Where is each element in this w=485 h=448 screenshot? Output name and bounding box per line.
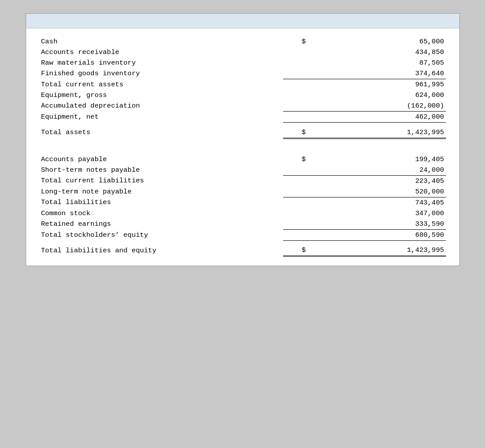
table-row: Common stock347,000 <box>39 208 446 219</box>
table-row: Equipment, net462,000 <box>39 112 446 123</box>
row-amount: 347,000 <box>307 208 446 219</box>
table-row: Accounts payable$199,405 <box>39 154 446 165</box>
row-dollar <box>283 165 307 176</box>
row-dollar: $ <box>283 36 307 47</box>
liabilities-table-area: Accounts payable$199,405Short-term notes… <box>26 154 459 266</box>
row-amount: 374,640 <box>307 68 446 79</box>
table-row: Accumulated depreciation(162,000) <box>39 100 446 112</box>
row-label: Accumulated depreciation <box>39 100 283 112</box>
row-label: Accounts receivable <box>39 47 283 58</box>
table-row: Total liabilities743,405 <box>39 197 446 208</box>
row-dollar <box>283 79 307 90</box>
row-label: Finished goods inventory <box>39 68 283 79</box>
row-amount: 743,405 <box>307 197 446 208</box>
assets-table-area: Cash$65,000Accounts receivable434,850Raw… <box>26 36 459 148</box>
table-row: Total liabilities and equity$1,423,995 <box>39 245 446 256</box>
row-amount: 520,000 <box>307 186 446 197</box>
row-dollar <box>283 229 307 240</box>
table-row: Raw materials inventory87,505 <box>39 58 446 68</box>
row-dollar <box>283 197 307 208</box>
row-dollar <box>283 58 307 68</box>
table-row: Accounts receivable434,850 <box>39 47 446 58</box>
report-header <box>26 14 459 28</box>
row-amount: 1,423,995 <box>307 127 446 139</box>
balance-sheet: Cash$65,000Accounts receivable434,850Raw… <box>26 13 460 266</box>
row-label: Total current liabilities <box>39 175 283 186</box>
row-amount: 87,505 <box>307 58 446 68</box>
row-dollar: $ <box>283 127 307 139</box>
row-amount: 24,000 <box>307 165 446 176</box>
table-row <box>39 240 446 245</box>
row-label: Common stock <box>39 208 283 219</box>
row-amount: 199,405 <box>307 154 446 165</box>
table-row: Long-term note payable520,000 <box>39 186 446 197</box>
table-row: Total assets$1,423,995 <box>39 127 446 139</box>
row-label: Long-term note payable <box>39 186 283 197</box>
row-label: Total stockholders’ equity <box>39 229 283 240</box>
row-label: Total assets <box>39 127 283 139</box>
table-row: Finished goods inventory374,640 <box>39 68 446 79</box>
row-amount: 223,405 <box>307 175 446 186</box>
row-amount: (162,000) <box>307 100 446 112</box>
row-dollar: $ <box>283 245 307 256</box>
row-label: Accounts payable <box>39 154 283 165</box>
row-amount: 961,995 <box>307 79 446 90</box>
row-amount: 1,423,995 <box>307 245 446 256</box>
row-amount: 65,000 <box>307 36 446 47</box>
row-amount: 624,000 <box>307 90 446 100</box>
table-row <box>39 123 446 127</box>
row-dollar <box>283 90 307 100</box>
table-row: Total current liabilities223,405 <box>39 175 446 186</box>
row-label: Equipment, net <box>39 112 283 123</box>
table-row: Equipment, gross624,000 <box>39 90 446 100</box>
row-label: Retained earnings <box>39 219 283 230</box>
row-dollar <box>283 208 307 219</box>
table-row: Cash$65,000 <box>39 36 446 47</box>
row-label: Short-term notes payable <box>39 165 283 176</box>
row-dollar <box>283 47 307 58</box>
row-amount: 680,590 <box>307 229 446 240</box>
row-dollar <box>283 100 307 112</box>
row-label: Total liabilities and equity <box>39 245 283 256</box>
assets-table: Cash$65,000Accounts receivable434,850Raw… <box>39 36 446 139</box>
liabilities-heading <box>26 148 459 154</box>
liabilities-table: Accounts payable$199,405Short-term notes… <box>39 154 446 257</box>
row-dollar <box>283 219 307 230</box>
row-dollar <box>283 68 307 79</box>
table-row: Total stockholders’ equity680,590 <box>39 229 446 240</box>
assets-heading <box>26 28 459 36</box>
table-row: Short-term notes payable24,000 <box>39 165 446 176</box>
row-amount: 434,850 <box>307 47 446 58</box>
row-label: Cash <box>39 36 283 47</box>
row-dollar <box>283 186 307 197</box>
row-label: Total liabilities <box>39 197 283 208</box>
table-row: Retained earnings333,590 <box>39 219 446 230</box>
row-label: Raw materials inventory <box>39 58 283 68</box>
row-amount: 333,590 <box>307 219 446 230</box>
row-amount: 462,000 <box>307 112 446 123</box>
page-container: Cash$65,000Accounts receivable434,850Raw… <box>0 0 485 448</box>
row-dollar: $ <box>283 154 307 165</box>
row-dollar <box>283 112 307 123</box>
table-row: Total current assets961,995 <box>39 79 446 90</box>
row-label: Total current assets <box>39 79 283 90</box>
row-label: Equipment, gross <box>39 90 283 100</box>
row-dollar <box>283 175 307 186</box>
